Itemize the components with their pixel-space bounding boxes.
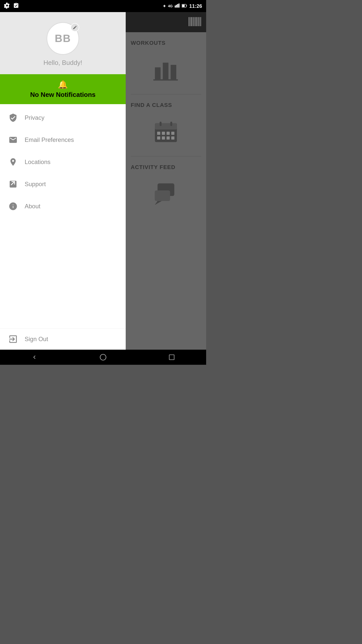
sign-out-button[interactable]: Sign Out [0,328,126,350]
svg-rect-8 [191,17,192,26]
chat-icon [131,176,201,216]
signal-icon: 4G [168,4,173,8]
gear-icon [4,3,10,10]
task-icon [13,3,19,10]
svg-rect-35 [155,190,170,201]
external-link-box-icon [8,179,19,190]
left-drawer: BB Hello, Buddy! 🔔 No New Notifications [0,12,126,350]
svg-rect-25 [167,132,170,135]
calendar-icon [131,113,201,154]
recents-button[interactable] [164,350,179,365]
svg-rect-31 [160,122,162,126]
greeting-text: Hello, Buddy! [43,59,82,67]
back-button[interactable] [27,350,42,365]
notification-banner[interactable]: 🔔 No New Notifications [0,74,126,104]
svg-rect-12 [196,17,197,26]
signal-bars-icon [175,4,180,9]
svg-rect-5 [182,5,185,7]
home-button[interactable] [96,350,111,365]
svg-rect-29 [167,136,170,140]
svg-rect-7 [190,17,190,26]
profile-area: BB Hello, Buddy! [0,12,126,74]
svg-rect-6 [189,17,189,26]
info-icon [8,201,19,212]
bell-icon: 🔔 [58,80,68,89]
notification-text: No New Notifications [30,91,96,99]
right-panel: WORKOUTS FIND A CLASS [126,12,206,350]
svg-rect-15 [199,17,200,26]
svg-rect-19 [171,65,176,79]
section-activity-feed[interactable]: ACTIVITY FEED [126,156,206,218]
bottom-nav [0,350,206,365]
menu-list: Privacy Email Preferences Locations [0,104,126,328]
menu-item-about[interactable]: About [0,195,126,217]
svg-rect-26 [171,132,174,135]
sign-out-label: Sign Out [25,336,48,343]
svg-point-37 [100,354,106,360]
workouts-chart-icon [131,51,201,92]
svg-rect-16 [200,17,201,26]
svg-rect-20 [153,79,178,80]
section-title-find-class: FIND A CLASS [131,102,201,108]
email-icon [8,134,19,145]
barcode-icon[interactable] [189,17,201,28]
svg-rect-0 [175,6,176,8]
status-bar: ✦ 4G 11:26 [0,0,206,12]
status-bar-right: ✦ 4G 11:26 [163,3,202,9]
menu-item-privacy[interactable]: Privacy [0,107,126,129]
menu-item-locations[interactable]: Locations [0,151,126,173]
main-layout: BB Hello, Buddy! 🔔 No New Notifications [0,12,206,350]
menu-item-email-preferences[interactable]: Email Preferences [0,129,126,151]
menu-label-support: Support [25,181,46,188]
svg-rect-28 [162,136,165,140]
svg-rect-32 [170,122,172,126]
svg-marker-36 [155,201,162,205]
menu-label-locations: Locations [25,158,51,166]
svg-rect-1 [176,5,177,8]
avatar-wrapper: BB [47,22,79,55]
status-bar-left [4,3,19,10]
svg-rect-9 [192,17,193,26]
avatar-initials: BB [55,32,71,45]
svg-rect-2 [177,4,178,8]
edit-avatar-button[interactable] [71,23,79,32]
svg-rect-23 [157,132,160,135]
svg-rect-27 [157,136,160,140]
menu-label-email-preferences: Email Preferences [25,136,74,143]
svg-rect-13 [197,17,198,26]
sign-out-icon [8,334,19,345]
svg-rect-22 [155,123,177,130]
svg-rect-18 [163,63,169,79]
svg-rect-10 [193,17,194,26]
section-title-workouts: WORKOUTS [131,40,201,46]
status-time: 11:26 [189,3,202,9]
section-workouts[interactable]: WORKOUTS [126,32,206,94]
section-title-activity-feed: ACTIVITY FEED [131,164,201,171]
right-top-bar [126,12,206,32]
svg-rect-38 [169,355,174,360]
battery-icon [182,4,187,9]
svg-rect-3 [178,4,179,8]
menu-item-support[interactable]: Support [0,173,126,195]
svg-rect-30 [171,136,174,140]
svg-rect-24 [162,132,165,135]
location-icon [8,156,19,168]
svg-rect-14 [198,17,199,26]
shield-icon [8,112,19,123]
svg-rect-17 [155,67,161,79]
svg-rect-11 [195,17,195,26]
menu-label-about: About [25,203,40,210]
section-find-class[interactable]: FIND A CLASS [126,94,206,156]
bluetooth-icon: ✦ [163,4,166,9]
menu-label-privacy: Privacy [25,114,44,121]
